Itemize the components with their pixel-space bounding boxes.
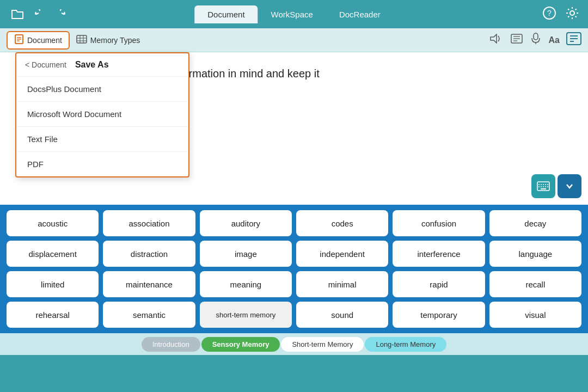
word-tile[interactable]: temporary: [393, 302, 485, 328]
bottom-tab[interactable]: Introduction: [142, 337, 200, 352]
document-icon: [14, 34, 24, 46]
dropdown-items: DocsPlus DocumentMicrosoft Word Document…: [16, 77, 188, 176]
svg-text:?: ?: [547, 9, 552, 17]
svg-point-41: [541, 186, 542, 187]
word-tile[interactable]: minimal: [296, 271, 388, 297]
word-tile[interactable]: acoustic: [7, 210, 99, 236]
word-tile[interactable]: auditory: [200, 210, 292, 236]
word-tile[interactable]: confusion: [393, 210, 485, 236]
dropdown-item[interactable]: DocsPlus Document: [16, 77, 188, 102]
bottom-tab[interactable]: Short-term Memory: [281, 337, 364, 352]
svg-point-42: [543, 186, 544, 187]
svg-point-40: [538, 186, 540, 187]
toolbar: Document Memory Types: [0, 28, 588, 52]
top-tabs: Document WorkSpace DocReader: [194, 5, 394, 23]
svg-point-38: [545, 184, 546, 185]
dropdown-item[interactable]: PDF: [16, 152, 188, 176]
word-tile[interactable]: independent: [296, 241, 388, 267]
word-tile[interactable]: visual: [489, 302, 581, 328]
word-tile[interactable]: displacement: [7, 241, 99, 267]
word-tile[interactable]: short-term memory: [200, 302, 292, 328]
word-tile[interactable]: meaning: [200, 271, 292, 297]
dropdown-header: < Document Save As: [16, 53, 188, 77]
save-as-dropdown: < Document Save As DocsPlus DocumentMicr…: [15, 52, 189, 177]
svg-point-44: [547, 186, 548, 187]
collapse-button[interactable]: [558, 174, 581, 198]
svg-marker-12: [491, 34, 497, 43]
help-icon[interactable]: ?: [542, 6, 556, 23]
svg-point-37: [543, 184, 544, 185]
volume-icon[interactable]: [490, 34, 502, 46]
redo-button[interactable]: [53, 7, 68, 21]
tab-document[interactable]: Document: [194, 5, 258, 23]
word-tile[interactable]: association: [103, 210, 195, 236]
memory-types-button[interactable]: Memory Types: [70, 33, 147, 47]
svg-point-36: [541, 184, 542, 185]
quiz-icon[interactable]: [566, 32, 581, 48]
word-bank: acousticassociationauditorycodesconfusio…: [0, 205, 588, 333]
bottom-tab[interactable]: Long-term Memory: [365, 337, 446, 352]
word-tile[interactable]: decay: [489, 210, 581, 236]
undo-button[interactable]: [33, 7, 47, 21]
float-buttons: [531, 174, 581, 198]
word-tile[interactable]: recall: [489, 271, 581, 297]
top-bar: Document WorkSpace DocReader ?: [0, 0, 588, 28]
top-bar-left: [9, 6, 68, 22]
settings-icon[interactable]: [565, 6, 579, 23]
list-icon[interactable]: [511, 34, 523, 46]
font-icon[interactable]: Aa: [549, 35, 560, 45]
svg-point-39: [547, 184, 548, 185]
document-button[interactable]: Document: [7, 31, 70, 50]
keyboard-button[interactable]: [531, 174, 555, 198]
word-tile[interactable]: rapid: [393, 271, 485, 297]
document-label: Document: [27, 36, 62, 45]
dropdown-title: Save As: [75, 60, 109, 70]
word-tile[interactable]: image: [200, 241, 292, 267]
word-tile[interactable]: maintenance: [103, 271, 195, 297]
top-bar-right: ?: [542, 6, 579, 23]
word-tile[interactable]: limited: [7, 271, 99, 297]
word-tile[interactable]: semantic: [103, 302, 195, 328]
svg-point-35: [538, 184, 540, 185]
svg-point-2: [570, 11, 574, 15]
tab-docreader[interactable]: DocReader: [326, 5, 394, 23]
svg-rect-7: [77, 35, 87, 43]
tab-workspace[interactable]: WorkSpace: [258, 5, 326, 23]
folder-button[interactable]: [9, 6, 26, 22]
word-tile[interactable]: interference: [393, 241, 485, 267]
bottom-tabs: IntroductionSensory MemoryShort-term Mem…: [0, 333, 588, 355]
word-tile[interactable]: distraction: [103, 241, 195, 267]
word-tile[interactable]: codes: [296, 210, 388, 236]
word-tile[interactable]: rehearsal: [7, 302, 99, 328]
memory-types-label: Memory Types: [90, 36, 140, 45]
word-tile[interactable]: sound: [296, 302, 388, 328]
svg-point-43: [545, 186, 546, 187]
svg-rect-17: [534, 33, 538, 40]
memory-types-icon: [76, 35, 87, 45]
dropdown-item[interactable]: Microsoft Word Document: [16, 102, 188, 127]
dropdown-back-button[interactable]: < Document: [25, 60, 66, 69]
microphone-icon[interactable]: [531, 33, 540, 47]
dropdown-item[interactable]: Text File: [16, 127, 188, 152]
word-tile[interactable]: language: [489, 241, 581, 267]
toolbar-icons: Aa: [490, 33, 560, 47]
bottom-tab[interactable]: Sensory Memory: [201, 337, 280, 352]
